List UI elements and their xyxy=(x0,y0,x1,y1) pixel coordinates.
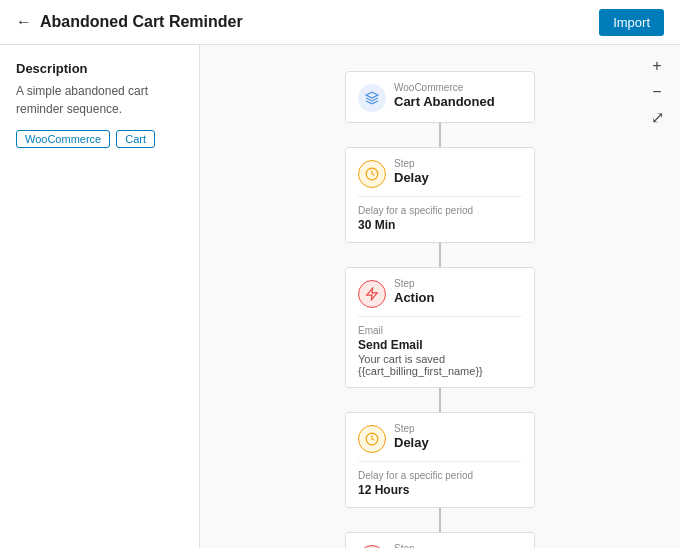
node-title-delay2: Delay xyxy=(394,435,522,452)
node-trigger[interactable]: WooCommerceCart Abandoned xyxy=(345,71,535,123)
connector-2 xyxy=(439,388,441,412)
node-meta-delay1: StepDelay xyxy=(394,158,522,187)
sidebar-section-title: Description xyxy=(16,61,183,76)
node-title-action1: Action xyxy=(394,290,522,307)
node-delay1[interactable]: StepDelayDelay for a specific period30 M… xyxy=(345,147,535,243)
workflow-canvas: + − ⤢ WooCommerceCart AbandonedStepDelay… xyxy=(200,45,680,548)
delay-icon-delay1 xyxy=(358,160,386,188)
node-header-delay2: StepDelay xyxy=(358,423,522,453)
node-header-delay1: StepDelay xyxy=(358,158,522,188)
back-button[interactable]: ← xyxy=(16,13,32,31)
node-header-trigger: WooCommerceCart Abandoned xyxy=(358,82,522,112)
node-body-value-delay1: 30 Min xyxy=(358,218,522,232)
action-icon-action1 xyxy=(358,280,386,308)
main-layout: Description A simple abandoned cart remi… xyxy=(0,45,680,548)
node-header-action1: StepAction xyxy=(358,278,522,308)
node-body-label-delay1: Delay for a specific period xyxy=(358,205,522,216)
node-title-trigger: Cart Abandoned xyxy=(394,94,522,111)
node-action1[interactable]: StepActionEmailSend EmailYour cart is sa… xyxy=(345,267,535,388)
canvas-controls: + − ⤢ xyxy=(646,55,668,129)
node-header-action2: StepAction xyxy=(358,543,522,548)
svg-marker-1 xyxy=(367,288,378,300)
node-title-delay1: Delay xyxy=(394,170,522,187)
page-title: Abandoned Cart Reminder xyxy=(40,13,243,31)
node-body-value-delay2: 12 Hours xyxy=(358,483,522,497)
header: ← Abandoned Cart Reminder Import xyxy=(0,0,680,45)
import-button[interactable]: Import xyxy=(599,9,664,36)
node-meta-trigger: WooCommerceCart Abandoned xyxy=(394,82,522,111)
node-body-sub-action1: Your cart is saved {{cart_billing_first_… xyxy=(358,353,522,377)
node-type-label-trigger: WooCommerce xyxy=(394,82,522,94)
sidebar-description: A simple abandoned cart reminder sequenc… xyxy=(16,82,183,118)
node-body-delay2: Delay for a specific period12 Hours xyxy=(358,461,522,497)
expand-button[interactable]: ⤢ xyxy=(646,107,668,129)
node-meta-action2: StepAction xyxy=(394,543,522,548)
node-meta-action1: StepAction xyxy=(394,278,522,307)
trigger-icon-trigger xyxy=(358,84,386,112)
node-type-label-delay1: Step xyxy=(394,158,522,170)
sidebar: Description A simple abandoned cart remi… xyxy=(0,45,200,548)
zoom-out-button[interactable]: − xyxy=(646,81,668,103)
connector-3 xyxy=(439,508,441,532)
node-body-action1: EmailSend EmailYour cart is saved {{cart… xyxy=(358,316,522,377)
connector-0 xyxy=(439,123,441,147)
node-body-label-delay2: Delay for a specific period xyxy=(358,470,522,481)
header-left: ← Abandoned Cart Reminder xyxy=(16,13,243,31)
tag-woocommerce[interactable]: WooCommerce xyxy=(16,130,110,148)
tags-container: WooCommerceCart xyxy=(16,130,183,148)
node-body-delay1: Delay for a specific period30 Min xyxy=(358,196,522,232)
node-action2[interactable]: StepActionEmailSend EmailYour cart is ab… xyxy=(345,532,535,548)
zoom-in-button[interactable]: + xyxy=(646,55,668,77)
node-type-label-action2: Step xyxy=(394,543,522,548)
flow-container: WooCommerceCart AbandonedStepDelayDelay … xyxy=(200,61,680,548)
node-type-label-delay2: Step xyxy=(394,423,522,435)
tag-cart[interactable]: Cart xyxy=(116,130,155,148)
node-body-label-action1: Email xyxy=(358,325,522,336)
node-meta-delay2: StepDelay xyxy=(394,423,522,452)
node-delay2[interactable]: StepDelayDelay for a specific period12 H… xyxy=(345,412,535,508)
node-body-value-action1: Send Email xyxy=(358,338,522,352)
connector-1 xyxy=(439,243,441,267)
delay-icon-delay2 xyxy=(358,425,386,453)
node-type-label-action1: Step xyxy=(394,278,522,290)
